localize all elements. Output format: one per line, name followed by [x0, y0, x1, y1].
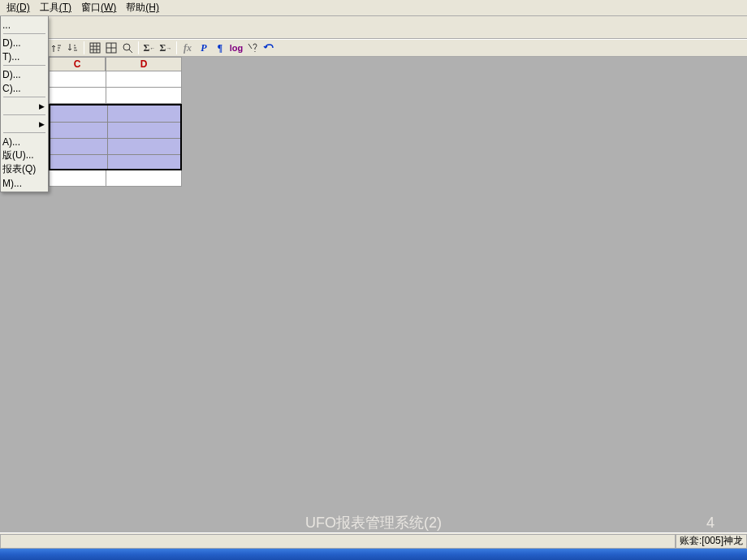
- log-icon[interactable]: log: [229, 41, 244, 55]
- slide-footer: UFO报表管理系统(2) 4: [0, 515, 747, 531]
- separator: [3, 97, 45, 97]
- sum-left-icon[interactable]: Σ←: [142, 41, 157, 55]
- dropdown-item[interactable]: D)...: [1, 36, 48, 50]
- dropdown-menu: ... D)... T)... D)... C)... ▶ ▶ A)... 版(…: [0, 16, 49, 192]
- slide-page-number: 4: [706, 515, 715, 532]
- dropdown-submenu[interactable]: ▶: [1, 117, 48, 131]
- dropdown-item[interactable]: C)...: [1, 81, 48, 95]
- sort-desc-icon[interactable]: [66, 41, 80, 55]
- svg-rect-0: [90, 43, 100, 53]
- sum-right-icon[interactable]: Σ→: [158, 41, 173, 55]
- dropdown-submenu[interactable]: ▶: [1, 99, 48, 113]
- separator: [138, 41, 139, 54]
- statusbar: 账套:[005]神龙: [0, 532, 747, 549]
- svg-point-2: [123, 44, 130, 50]
- find-icon[interactable]: [120, 41, 135, 55]
- p-icon[interactable]: P: [196, 41, 211, 55]
- grid-rows-top: [49, 71, 182, 104]
- dropdown-item[interactable]: A)...: [1, 135, 48, 149]
- col-header-d[interactable]: D: [106, 57, 182, 71]
- separator: [3, 132, 45, 133]
- grid2-icon[interactable]: [104, 41, 119, 55]
- dropdown-item[interactable]: 报表(Q): [1, 162, 48, 176]
- sort-asc-icon[interactable]: [50, 41, 64, 55]
- separator: [176, 41, 177, 54]
- menubar: 据(D) 工具(T) 窗口(W) 帮助(H): [0, 0, 747, 16]
- toolbar: Σ← Σ→ fx P ¶ log: [0, 39, 747, 57]
- dropdown-item[interactable]: ...: [1, 18, 48, 32]
- chevron-right-icon: ▶: [39, 102, 45, 110]
- slide-title: UFO报表管理系统(2): [305, 513, 442, 532]
- help-icon[interactable]: [245, 41, 260, 55]
- chevron-right-icon: ▶: [39, 120, 45, 128]
- dropdown-item[interactable]: 版(U)...: [1, 149, 48, 162]
- menu-window[interactable]: 窗口(W): [76, 0, 121, 16]
- selection-range[interactable]: [49, 104, 182, 170]
- dropdown-item[interactable]: D)...: [1, 67, 48, 81]
- menu-help[interactable]: 帮助(H): [121, 0, 164, 16]
- pi-icon[interactable]: ¶: [213, 41, 227, 55]
- toolbar-upper: [49, 16, 747, 39]
- dropdown-item[interactable]: T)...: [1, 50, 48, 63]
- function-icon[interactable]: fx: [180, 41, 195, 55]
- separator: [3, 33, 45, 34]
- separator: [84, 41, 84, 54]
- status-account: 账套:[005]神龙: [676, 534, 747, 549]
- separator: [3, 65, 45, 66]
- menu-tools[interactable]: 工具(T): [35, 0, 76, 16]
- grid-icon[interactable]: [88, 41, 102, 55]
- undo-icon[interactable]: [261, 41, 276, 55]
- menu-data[interactable]: 据(D): [2, 0, 35, 16]
- grid-rows-bottom: [49, 170, 182, 187]
- status-left: [0, 534, 676, 549]
- col-header-c[interactable]: C: [49, 57, 106, 71]
- separator: [3, 114, 45, 115]
- taskbar[interactable]: [0, 549, 747, 560]
- dropdown-item[interactable]: M)...: [1, 176, 48, 190]
